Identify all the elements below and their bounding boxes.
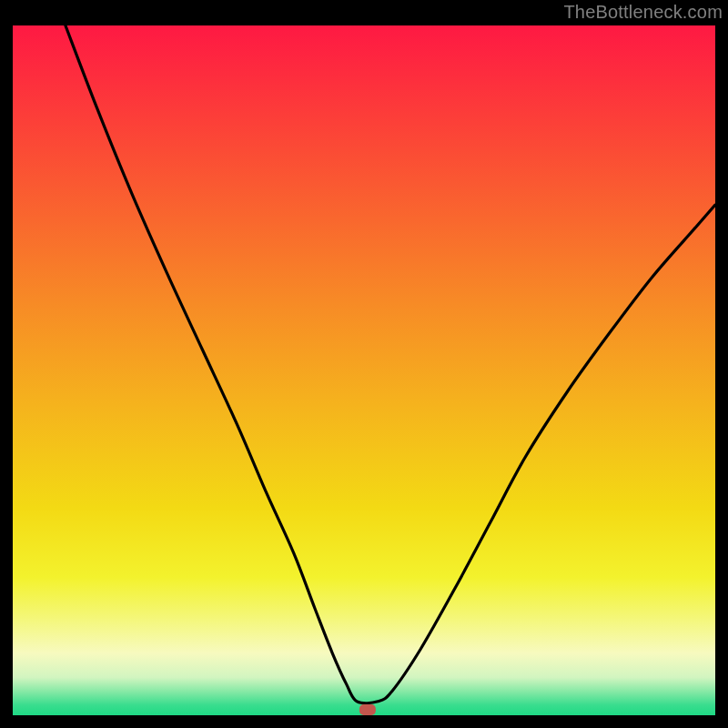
chart-frame: TheBottleneck.com: [0, 0, 728, 728]
chart-svg: [13, 25, 715, 715]
minimum-marker: [359, 704, 376, 715]
watermark-text: TheBottleneck.com: [563, 2, 723, 23]
gradient-background: [13, 25, 715, 715]
plot-area: [13, 25, 715, 715]
